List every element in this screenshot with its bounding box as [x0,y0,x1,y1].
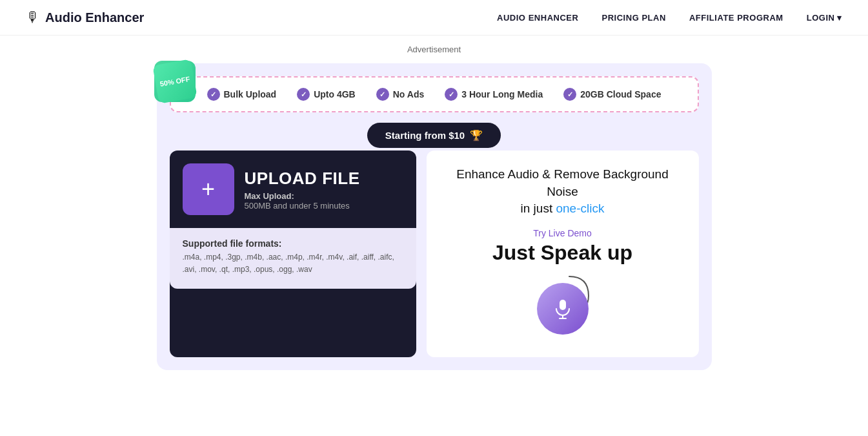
logo-area: 🎙 Audio Enhancer [26,9,144,26]
cta-container: Starting from $10 🏆 [170,123,699,148]
formats-title: Supported file formats: [183,238,403,249]
check-icon: ✓ [207,88,220,101]
check-icon: ✓ [297,88,310,101]
formats-section: Supported file formats: .m4a, .mp4, .3gp… [170,228,416,289]
upload-zone[interactable]: + UPLOAD FILE Max Upload: 500MB and unde… [170,151,416,228]
nav-affiliate-program[interactable]: AFFILIATE PROGRAM [689,13,783,23]
enhance-title: Enhance Audio & Remove Background Noise … [439,166,686,218]
upload-subtitle: Max Upload: 500MB and under 5 minutes [245,191,360,211]
discount-text: 50% OFF [152,59,197,104]
logo-icon: 🎙 [26,9,40,26]
nav-pricing-plan[interactable]: PRICING PLAN [601,13,665,23]
nav-audio-enhancer[interactable]: AUDIO ENHANCER [497,13,578,23]
check-icon: ✓ [445,88,458,101]
right-panel: Enhance Audio & Remove Background Noise … [427,151,699,357]
main-nav: AUDIO ENHANCER PRICING PLAN AFFILIATE PR… [497,13,842,23]
upload-panel: + UPLOAD FILE Max Upload: 500MB and unde… [170,151,416,357]
just-speak-text: Just Speak up [492,241,632,265]
upload-text-area: UPLOAD FILE Max Upload: 500MB and under … [245,169,360,211]
bottom-panel: + UPLOAD FILE Max Upload: 500MB and unde… [170,151,699,357]
logo-text: Audio Enhancer [45,10,144,25]
chevron-down-icon: ▾ [837,13,842,23]
header: 🎙 Audio Enhancer AUDIO ENHANCER PRICING … [0,0,868,36]
feature-no-ads: ✓ No Ads [376,88,424,101]
upload-title: UPLOAD FILE [245,169,360,189]
feature-20gb-cloud: ✓ 20GB Cloud Space [563,88,661,101]
arrow-mic-area [524,270,601,335]
promo-card: 50% OFF ✓ Bulk Upload ✓ Upto 4GB ✓ No Ad… [157,63,712,370]
feature-3-hour: ✓ 3 Hour Long Media [445,88,543,101]
one-click-text: one-click [556,202,604,215]
check-icon: ✓ [563,88,576,101]
microphone-icon [551,297,574,320]
trophy-icon: 🏆 [470,129,483,141]
formats-list: .m4a, .mp4, .3gp, .m4b, .aac, .m4p, .m4r… [183,251,403,276]
upload-plus-button[interactable]: + [183,163,234,215]
feature-bulk-upload: ✓ Bulk Upload [207,88,277,101]
check-icon: ✓ [376,88,389,101]
mic-circle [537,283,589,335]
ad-bar: Advertisement [0,36,868,63]
feature-upto-4gb: ✓ Upto 4GB [297,88,356,101]
svg-rect-0 [560,300,566,310]
main-content: 50% OFF ✓ Bulk Upload ✓ Upto 4GB ✓ No Ad… [0,63,868,383]
live-demo-link[interactable]: Try Live Demo [533,228,592,238]
features-bar: ✓ Bulk Upload ✓ Upto 4GB ✓ No Ads ✓ 3 Ho… [170,76,699,112]
nav-login[interactable]: LOGIN ▾ [807,13,842,23]
cta-button[interactable]: Starting from $10 🏆 [367,123,501,148]
discount-badge: 50% OFF [154,61,196,102]
